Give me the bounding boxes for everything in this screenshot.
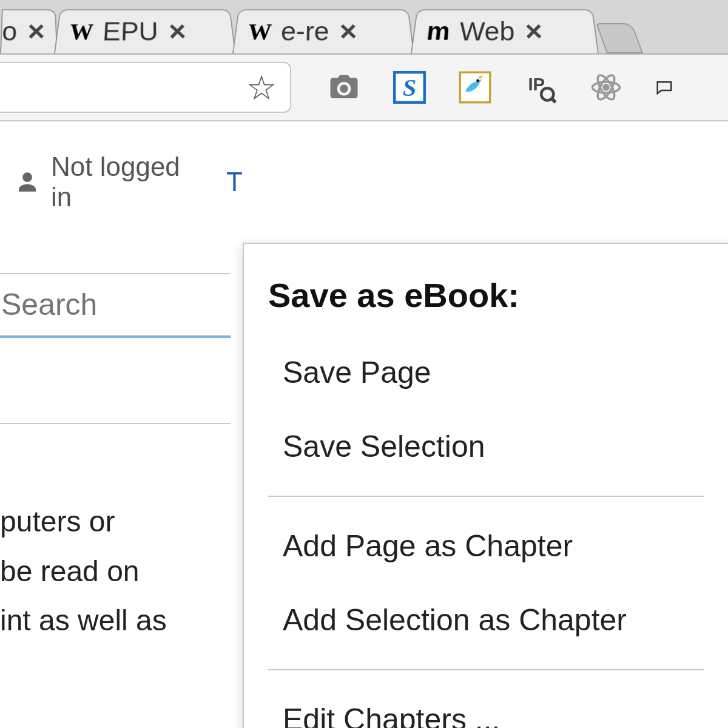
- divider: [268, 496, 704, 497]
- close-icon[interactable]: ×: [168, 18, 187, 46]
- browser-tab-0[interactable]: o ×: [0, 9, 58, 53]
- new-tab-button[interactable]: [596, 23, 643, 53]
- article-text: puters or be read on int as well as: [0, 424, 182, 645]
- not-logged-in-label: Not logged in: [51, 152, 198, 212]
- svg-point-3: [476, 79, 479, 83]
- address-bar[interactable]: ☆: [0, 62, 291, 113]
- save-selection-item[interactable]: Save Selection: [244, 410, 728, 484]
- user-links: Not logged in T: [0, 121, 243, 231]
- wikipedia-favicon-icon: W: [67, 19, 95, 44]
- tab-title: o: [1, 16, 17, 47]
- search-underline: [0, 336, 231, 338]
- chat-extension-icon[interactable]: [655, 71, 673, 104]
- talk-link[interactable]: T: [226, 167, 243, 197]
- ip-extension-icon[interactable]: IP: [524, 71, 557, 104]
- save-page-item[interactable]: Save Page: [244, 335, 728, 410]
- tab-title: EPU: [102, 16, 159, 47]
- text-line: int as well as: [0, 596, 182, 645]
- save-ebook-popup: Save as eBook: Save Page Save Selection …: [243, 243, 728, 728]
- wikipedia-favicon-icon: W: [246, 19, 274, 44]
- page-content: Not logged in T puters or be read on int…: [0, 121, 728, 728]
- text-line: puters or: [0, 497, 182, 547]
- browser-tab-2[interactable]: W e-re ×: [232, 9, 414, 53]
- close-icon[interactable]: ×: [525, 18, 543, 46]
- browser-tab-1[interactable]: W EPU ×: [54, 9, 236, 53]
- add-page-chapter-item[interactable]: Add Page as Chapter: [244, 509, 728, 583]
- browser-toolbar: ☆ S IP: [0, 55, 728, 121]
- close-icon[interactable]: ×: [339, 18, 357, 46]
- close-icon[interactable]: ×: [28, 18, 46, 46]
- text-line: be read on: [0, 547, 182, 596]
- site-favicon-icon: m: [424, 19, 453, 44]
- s-extension-icon[interactable]: S: [393, 71, 426, 104]
- atom-extension-icon[interactable]: [590, 71, 622, 104]
- search-input[interactable]: [0, 274, 231, 335]
- tab-title: e-re: [280, 16, 329, 47]
- extension-icons: S IP: [328, 71, 673, 104]
- tab-title: Web: [459, 16, 515, 47]
- bookmark-star-icon[interactable]: ☆: [246, 68, 277, 107]
- tab-strip: o × W EPU × W e-re × m Web ×: [0, 0, 728, 55]
- edit-chapters-item[interactable]: Edit Chapters ...: [244, 682, 728, 728]
- camera-icon[interactable]: [328, 71, 360, 104]
- svg-point-10: [604, 85, 608, 90]
- bird-extension-icon[interactable]: [459, 71, 491, 104]
- add-selection-chapter-item[interactable]: Add Selection as Chapter: [244, 583, 728, 657]
- svg-line-6: [551, 98, 556, 103]
- divider: [268, 669, 704, 670]
- svg-text:S: S: [403, 74, 417, 101]
- search-box: [0, 273, 231, 336]
- browser-tab-3[interactable]: m Web ×: [411, 9, 599, 53]
- user-icon: [15, 169, 40, 195]
- popup-title: Save as eBook:: [244, 275, 728, 335]
